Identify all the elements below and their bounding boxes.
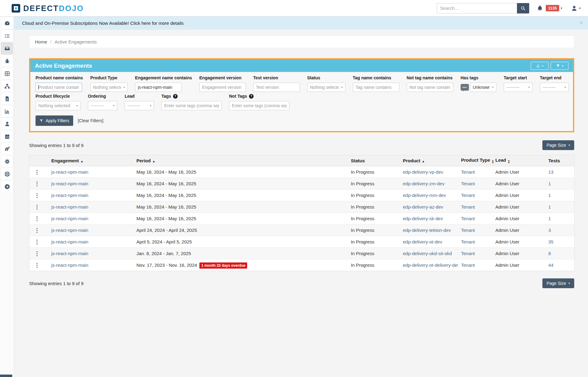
row-menu-kebab-icon[interactable]: ⋮ <box>32 262 42 269</box>
tests-link[interactable]: 8 <box>548 251 551 256</box>
defectdojo-logo[interactable]: DEFECTDOJO <box>12 4 84 13</box>
tests-link[interactable]: 44 <box>548 262 554 268</box>
tests-link[interactable]: 1 <box>548 193 551 198</box>
sidebar-item-users[interactable] <box>1 118 13 130</box>
engagement-link[interactable]: js-react-npm-main <box>51 193 89 198</box>
chevron-down-icon: ▾ <box>150 104 151 107</box>
tests-link[interactable]: 35 <box>548 239 554 244</box>
filter-select-lead[interactable]: ---------▾ <box>125 101 154 110</box>
product-link[interactable]: edp-delivery-zm-dev <box>403 181 445 186</box>
engagement-link[interactable]: js-react-npm-main <box>51 262 89 268</box>
apply-filters-button[interactable]: Apply Filters <box>36 115 73 126</box>
sidebar-item-engagements[interactable] <box>1 42 13 55</box>
clear-filters-link[interactable]: [Clear Filters] <box>78 118 103 123</box>
filter-select-product-type[interactable]: Nothing selected▾ <box>90 83 128 92</box>
filter-select-ordering[interactable]: ---------▾ <box>88 101 117 110</box>
tests-link[interactable]: 3 <box>548 228 551 233</box>
search-input[interactable] <box>437 3 517 13</box>
row-menu-kebab-icon[interactable]: ⋮ <box>32 192 42 199</box>
column-header-product[interactable]: Product▲ <box>400 155 458 166</box>
sidebar-item-endpoints[interactable] <box>1 80 13 92</box>
sidebar-item-findings[interactable] <box>1 55 13 67</box>
product_type-link[interactable]: Tenant <box>461 169 475 175</box>
sidebar-item-products[interactable] <box>1 30 13 42</box>
row-menu-kebab-icon[interactable]: ⋮ <box>32 169 42 175</box>
filter-input-product-name-contains[interactable] <box>36 83 82 92</box>
help-icon[interactable]: ? <box>249 94 254 99</box>
page-size-button-top[interactable]: Page Size▾ <box>542 140 574 150</box>
banner-link[interactable]: Click here for more details <box>130 21 183 26</box>
product-link[interactable]: edp-delivery-okd-sit-okd <box>403 251 452 256</box>
product_type-link[interactable]: Tenant <box>461 228 475 233</box>
product-link[interactable]: edp-delivery-ot-delivery-dev <box>403 262 458 268</box>
tests-link[interactable]: 13 <box>548 169 554 175</box>
product-link[interactable]: edp-delivery-sk-dev <box>403 216 443 221</box>
filter-select-target-start[interactable]: ---------▾ <box>504 83 533 92</box>
filter-input-engagement-name-contains[interactable] <box>135 83 182 92</box>
product_type-link[interactable]: Tenant <box>461 251 475 256</box>
product_type-link[interactable]: Tenant <box>461 181 475 186</box>
help-icon[interactable]: ? <box>173 94 178 99</box>
filter-input-tags[interactable] <box>161 101 222 110</box>
row-menu-kebab-icon[interactable]: ⋮ <box>32 239 42 245</box>
product_type-link[interactable]: Tenant <box>461 262 475 268</box>
product-link[interactable]: edp-delivery-mm-dev <box>403 193 446 198</box>
engagement-link[interactable]: js-react-npm-main <box>51 251 89 256</box>
row-menu-kebab-icon[interactable]: ⋮ <box>32 215 42 222</box>
sidebar-item-configuration[interactable] <box>1 155 13 168</box>
sidebar-item-benchmarks[interactable] <box>1 143 13 155</box>
sidebar-item-dashboard[interactable] <box>1 17 13 29</box>
breadcrumb-home-link[interactable]: Home <box>35 39 47 44</box>
column-header-lead[interactable]: Lead▲▼ <box>492 155 545 166</box>
filter-input-not-tags[interactable] <box>229 101 289 110</box>
notification-count-badge[interactable]: 1135 <box>546 5 559 11</box>
product-link[interactable]: edp-delivery-ot-dev <box>403 239 442 244</box>
tests-link[interactable]: 1 <box>548 204 551 209</box>
column-header-product_type[interactable]: Product Type▲▼ <box>458 155 492 166</box>
product-link[interactable]: edp-delivery-az-dev <box>403 204 443 209</box>
product_type-link[interactable]: Tenant <box>461 239 475 244</box>
filter-select-target-end[interactable]: ---------▾ <box>540 83 569 92</box>
search-button[interactable] <box>517 3 529 13</box>
row-menu-kebab-icon[interactable]: ⋮ <box>32 250 42 257</box>
user-menu[interactable] <box>571 5 578 12</box>
product-link[interactable]: edp-delivery-tekton-dev <box>403 228 451 233</box>
page-size-button-bottom[interactable]: Page Size▾ <box>542 278 574 288</box>
filter-input-test-version[interactable] <box>253 83 300 92</box>
tests-link[interactable]: 1 <box>548 181 551 186</box>
product-link[interactable]: edp-delivery-vp-dev <box>403 169 443 175</box>
filter-select-status[interactable]: Nothing selected▾ <box>307 83 345 92</box>
sidebar-item-components[interactable] <box>1 67 13 80</box>
filter-select-product-lifecycle[interactable]: Nothing selected▾ <box>36 101 81 110</box>
download-dropdown-button[interactable]: ▾ <box>531 62 548 70</box>
column-header-engagement[interactable]: Engagement▲ <box>45 155 134 166</box>
engagement-link[interactable]: js-react-npm-main <box>51 239 89 244</box>
product_type-link[interactable]: Tenant <box>461 193 475 198</box>
filter-input-not-tag-name-contains[interactable] <box>407 83 453 92</box>
product_type-link[interactable]: Tenant <box>461 204 475 209</box>
row-menu-kebab-icon[interactable]: ⋮ <box>32 204 42 210</box>
banner-close-icon[interactable]: × <box>579 20 583 26</box>
sidebar-item-support[interactable] <box>1 168 13 180</box>
engagement-link[interactable]: js-react-npm-main <box>51 169 89 175</box>
column-header-tests[interactable]: Tests <box>545 155 575 166</box>
sidebar-item-metrics[interactable] <box>1 105 13 117</box>
filter-input-tag-name-contains[interactable] <box>353 83 399 92</box>
sidebar-item-logout[interactable] <box>1 180 13 193</box>
engagement-link[interactable]: js-react-npm-main <box>51 181 89 186</box>
filter-dropdown-button[interactable]: ▾ <box>551 62 568 70</box>
sidebar-item-reports[interactable] <box>1 92 13 105</box>
filter-input-engagement-version[interactable] <box>199 83 246 92</box>
tests-link[interactable]: 1 <box>548 216 551 221</box>
row-menu-kebab-icon[interactable]: ⋮ <box>32 227 42 234</box>
product_type-link[interactable]: Tenant <box>461 216 475 221</box>
engagement-link[interactable]: js-react-npm-main <box>51 216 89 221</box>
column-header-status[interactable]: Status <box>348 155 400 166</box>
engagement-link[interactable]: js-react-npm-main <box>51 204 89 209</box>
engagement-link[interactable]: js-react-npm-main <box>51 228 89 233</box>
row-menu-kebab-icon[interactable]: ⋮ <box>32 180 42 187</box>
column-header-period[interactable]: Period▲ <box>134 155 348 166</box>
notifications-bell[interactable] <box>537 5 543 12</box>
sidebar-item-calendar[interactable] <box>1 130 13 142</box>
filter-select-has-tags[interactable]: Unknown▾ <box>470 83 496 92</box>
